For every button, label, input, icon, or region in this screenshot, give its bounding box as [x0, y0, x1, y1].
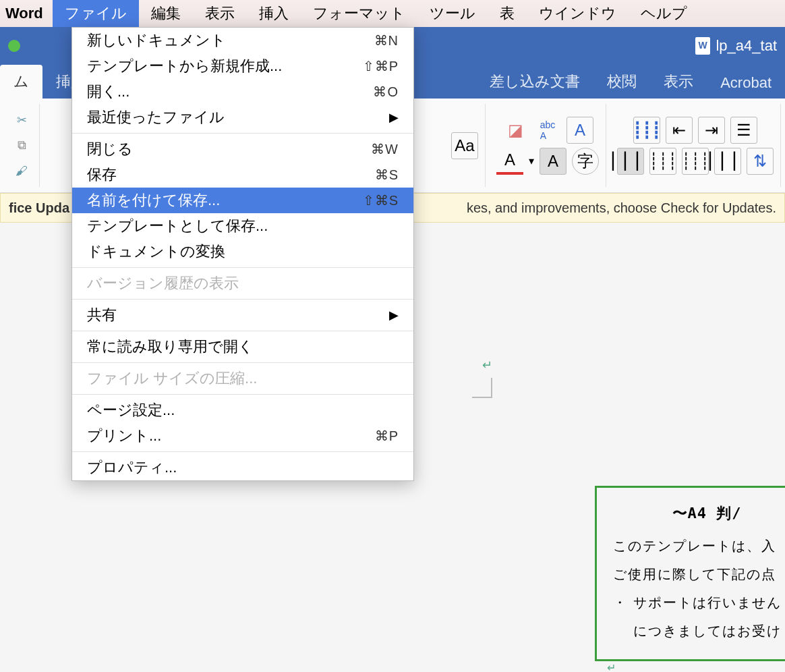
menu-window[interactable]: ウインドウ — [527, 0, 629, 28]
menu-new-doc[interactable]: 新しいドキュメント⌘N — [72, 28, 413, 53]
menu-table[interactable]: 表 — [488, 0, 527, 28]
ribbon-tab-view[interactable]: 表示 — [650, 65, 707, 99]
align-dist-icon[interactable]: ┋┋┋ — [633, 117, 660, 144]
doc-icon — [695, 37, 710, 55]
ribbon-tab-acrobat[interactable]: Acrobat — [707, 67, 785, 99]
margin-corner — [472, 378, 492, 398]
clipboard-group: ✂ ⧉ 🖌 — [4, 104, 40, 187]
menu-save-as[interactable]: 名前を付けて保存...⇧⌘S — [72, 188, 413, 213]
menu-save[interactable]: 保存⌘S — [72, 162, 413, 188]
template-frame: 〜A4 判/ このテンプレートは、入 ご使用に際して下記の点 ・ サポートは行い… — [595, 486, 785, 661]
menu-open-readonly[interactable]: 常に読み取り専用で開く — [72, 334, 413, 360]
align-right-icon[interactable]: ┊┊┊ — [682, 148, 709, 175]
line-spacing-icon[interactable]: ☰ — [730, 117, 757, 144]
menu-file[interactable]: ファイル — [53, 0, 139, 28]
format-painter-icon[interactable]: 🖌 — [11, 161, 32, 182]
menu-convert[interactable]: ドキュメントの変換 — [72, 239, 413, 264]
highlight-icon[interactable]: A — [540, 148, 566, 175]
app-name: Word — [5, 5, 43, 22]
frame-title: 〜A4 判/ — [613, 500, 785, 527]
indent-inc-icon[interactable]: ⇥ — [698, 117, 725, 144]
menu-tools[interactable]: ツール — [417, 0, 488, 28]
menu-edit[interactable]: 編集 — [139, 0, 193, 28]
paragraph-mark-icon: ↵ — [607, 662, 617, 672]
font-group-2: ◪ abcA A A ▾ A 字 — [490, 104, 606, 187]
traffic-light-green[interactable] — [8, 40, 20, 52]
text-direction-icon[interactable]: ⇅ — [747, 148, 774, 175]
menu-separator — [72, 362, 413, 363]
menu-separator — [72, 133, 413, 134]
menu-new-from-template[interactable]: テンプレートから新規作成...⇧⌘P — [72, 53, 413, 79]
paragraph-mark-icon: ↵ — [482, 358, 492, 372]
menu-separator — [72, 331, 413, 331]
char-border-icon[interactable]: A — [566, 117, 593, 144]
align-justify-icon[interactable]: ▏▏▏ — [714, 148, 741, 175]
menu-properties[interactable]: プロパティ... — [72, 455, 413, 480]
align-center-icon[interactable]: ┊┊┊ — [649, 148, 676, 175]
menu-separator — [72, 451, 413, 452]
copy-icon[interactable]: ⧉ — [11, 135, 32, 157]
update-left: fice Upda — [9, 200, 69, 216]
ribbon-tab-mailings[interactable]: 差し込み文書 — [476, 65, 593, 99]
doc-title: lp_a4_tat — [716, 37, 777, 55]
clear-format-icon[interactable]: ◪ — [502, 117, 529, 144]
font-group-1: Aa — [444, 104, 486, 187]
frame-line-2: ご使用に際して下記の点 — [613, 562, 785, 586]
mac-menubar: Word ファイル 編集 表示 挿入 フォーマット ツール 表 ウインドウ ヘル… — [0, 0, 785, 27]
indent-dec-icon[interactable]: ⇤ — [666, 117, 693, 144]
ribbon-tab-home[interactable]: ム — [0, 65, 42, 99]
align-left-icon[interactable]: ▏▏▏ — [617, 148, 644, 175]
frame-line-1: このテンプレートは、入 — [613, 534, 785, 558]
menu-open[interactable]: 開く...⌘O — [72, 79, 413, 105]
chevron-right-icon: ▶ — [389, 110, 399, 125]
update-right: kes, and improvements, choose Check for … — [467, 200, 776, 216]
menu-separator — [72, 394, 413, 395]
cut-icon[interactable]: ✂ — [11, 109, 32, 131]
menu-view[interactable]: 表示 — [193, 0, 247, 28]
frame-bullet-2: につきましてはお受け — [613, 619, 785, 643]
menu-help[interactable]: ヘルプ — [629, 0, 699, 28]
menu-save-template[interactable]: テンプレートとして保存... — [72, 213, 413, 239]
menu-compress: ファイル サイズの圧縮... — [72, 366, 413, 391]
phonetic-icon[interactable]: abcA — [534, 117, 561, 144]
file-menu-dropdown: 新しいドキュメント⌘N テンプレートから新規作成...⇧⌘P 開く...⌘O 最… — [71, 27, 414, 481]
menu-share[interactable]: 共有▶ — [72, 302, 413, 328]
menu-recent[interactable]: 最近使ったファイル▶ — [72, 105, 413, 130]
menu-separator — [72, 299, 413, 300]
menu-insert[interactable]: 挿入 — [247, 0, 301, 28]
doc-body: ↵ ●ご使用方法↵ ダミーテキストでサンプ — [607, 654, 785, 672]
paragraph-group: ┋┋┋ ⇤ ⇥ ☰ ▏▏▏ ┊┊┊ ┊┊┊ ▏▏▏ ⇅ — [610, 104, 781, 187]
menu-version-history: バージョン履歴の表示 — [72, 271, 413, 296]
menu-close[interactable]: 閉じる⌘W — [72, 136, 413, 162]
menu-print[interactable]: プリント...⌘P — [72, 423, 413, 449]
chevron-right-icon: ▶ — [389, 308, 399, 323]
change-case-icon[interactable]: Aa — [451, 132, 478, 159]
menu-separator — [72, 267, 413, 268]
menu-format[interactable]: フォーマット — [301, 0, 417, 28]
enclose-char-icon[interactable]: 字 — [572, 148, 599, 175]
frame-bullet-1: ・ サポートは行いません — [613, 590, 785, 615]
font-color-icon[interactable]: A — [496, 148, 523, 175]
ribbon-tab-review[interactable]: 校閲 — [593, 65, 650, 99]
menu-page-setup[interactable]: ページ設定... — [72, 397, 413, 423]
